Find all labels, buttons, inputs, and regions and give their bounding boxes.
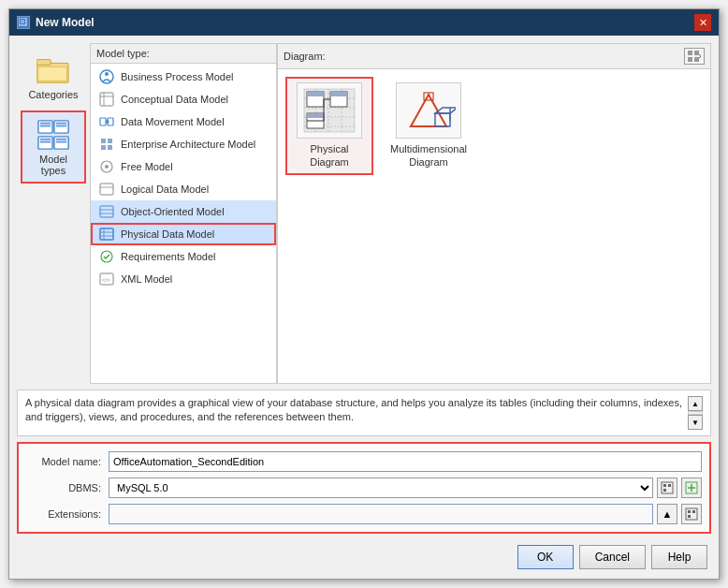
conceptual-data-icon (98, 91, 115, 108)
cancel-button[interactable]: Cancel (579, 545, 646, 569)
help-button[interactable]: Help (651, 545, 707, 569)
extensions-row: Extensions: ▲ (26, 504, 702, 524)
svg-rect-16 (56, 141, 66, 143)
model-type-label: Free Model (121, 161, 173, 172)
extensions-up-button[interactable]: ▲ (657, 504, 677, 524)
scroll-down-button[interactable]: ▼ (688, 415, 703, 430)
svg-rect-28 (108, 145, 112, 150)
svg-rect-33 (100, 206, 113, 217)
left-panel: Categories (17, 43, 90, 384)
model-type-label: Requirements Model (121, 251, 216, 262)
model-name-input[interactable] (109, 451, 702, 472)
dbms-browse-button[interactable] (657, 478, 677, 498)
bottom-buttons: OK Cancel Help (17, 539, 711, 571)
view-toggle-button[interactable] (684, 48, 705, 65)
svg-rect-7 (40, 125, 51, 127)
model-type-item-selected[interactable]: Physical Data Model (91, 223, 276, 245)
svg-rect-71 (668, 484, 671, 487)
category-item-model-types[interactable]: Model types (21, 110, 86, 184)
svg-rect-22 (100, 118, 106, 125)
physical-diagram-label: Physical Diagram (291, 142, 368, 169)
multidimensional-diagram-label: Multidimensional Diagram (390, 142, 467, 169)
model-type-item[interactable]: Object-Oriented Model (91, 200, 276, 223)
svg-rect-25 (101, 139, 106, 143)
svg-rect-31 (100, 184, 113, 195)
model-type-panel: Model type: Business Process Model Conce… (90, 43, 277, 384)
requirements-icon (98, 248, 115, 265)
diagram-header-label: Diagram: (284, 51, 326, 62)
svg-text:</>: </> (102, 277, 110, 283)
svg-rect-70 (663, 484, 666, 487)
dbms-label: DBMS: (26, 482, 101, 493)
diagram-item-physical[interactable]: Physical Diagram (287, 79, 371, 173)
categories-icon (36, 53, 70, 87)
dbms-configure-button[interactable] (681, 478, 702, 498)
object-oriented-icon (98, 203, 115, 220)
model-type-label: Enterprise Architecture Model (121, 139, 255, 150)
model-type-item[interactable]: Data Movement Model (91, 110, 276, 133)
model-type-list: Business Process Model Conceptual Data M… (91, 64, 276, 383)
model-type-item[interactable]: Enterprise Architecture Model (91, 133, 276, 155)
free-model-icon (98, 158, 115, 175)
svg-rect-9 (56, 123, 66, 125)
logical-data-icon (98, 181, 115, 198)
svg-rect-6 (40, 123, 51, 125)
model-type-item[interactable]: Free Model (91, 155, 276, 178)
extensions-browse-button[interactable] (681, 504, 702, 524)
model-type-label: XML Model (121, 273, 172, 285)
model-type-item[interactable]: Requirements Model (91, 245, 276, 268)
svg-rect-58 (330, 92, 347, 96)
description-scrollbar: ▲ ▼ (688, 396, 703, 430)
svg-rect-1 (21, 20, 24, 23)
model-type-item[interactable]: Conceptual Data Model (91, 88, 276, 110)
dialog-title: New Model (36, 16, 95, 29)
model-type-item[interactable]: </> XML Model (91, 268, 276, 290)
model-type-label: Conceptual Data Model (121, 94, 228, 105)
model-types-label: Model types (26, 154, 80, 176)
description-area: A physical data diagram provides a graph… (17, 390, 711, 436)
xml-model-icon: </> (98, 271, 115, 287)
svg-rect-3 (36, 60, 51, 66)
business-process-icon (98, 68, 115, 85)
category-item-categories[interactable]: Categories (21, 47, 86, 107)
svg-rect-13 (40, 141, 51, 143)
data-movement-icon (98, 113, 115, 130)
extensions-input[interactable] (109, 504, 653, 524)
new-model-dialog: New Model ✕ Categories (8, 8, 720, 580)
model-type-label: Data Movement Model (121, 116, 225, 127)
physical-data-icon (98, 226, 115, 243)
svg-rect-36 (100, 228, 113, 240)
title-bar-left: New Model (17, 16, 95, 29)
svg-rect-26 (108, 139, 112, 143)
svg-rect-44 (694, 51, 699, 55)
model-type-item[interactable]: Business Process Model (91, 66, 276, 88)
svg-rect-10 (56, 125, 66, 127)
svg-rect-12 (40, 139, 51, 140)
scroll-up-button[interactable]: ▲ (688, 396, 703, 411)
multidimensional-diagram-icon (396, 82, 461, 139)
top-section: Categories (17, 43, 711, 384)
svg-rect-4 (38, 66, 66, 81)
diagram-header: Diagram: (278, 44, 710, 69)
close-button[interactable]: ✕ (694, 14, 711, 31)
categories-label: Categories (28, 89, 78, 100)
svg-rect-79 (688, 515, 691, 518)
svg-rect-15 (56, 139, 66, 140)
ok-button[interactable]: OK (517, 545, 574, 569)
diagram-panel: Diagram: (277, 43, 711, 384)
svg-rect-27 (101, 145, 106, 150)
svg-rect-78 (692, 510, 695, 513)
dialog-content: Categories (9, 36, 719, 579)
dbms-select-row: MySQL 5.0 MySQL 8.0 Oracle 12c SQL Serve… (109, 478, 702, 498)
model-type-header: Model type: (91, 44, 276, 64)
dbms-select[interactable]: MySQL 5.0 MySQL 8.0 Oracle 12c SQL Serve… (109, 478, 653, 498)
svg-rect-46 (694, 57, 699, 62)
description-text: A physical data diagram provides a graph… (25, 396, 688, 430)
model-type-label: Physical Data Model (121, 228, 214, 240)
svg-marker-64 (411, 95, 446, 126)
model-type-item[interactable]: Logical Data Model (91, 178, 276, 200)
diagram-item-multidimensional[interactable]: Multidimensional Diagram (386, 79, 471, 173)
svg-point-18 (105, 72, 109, 76)
svg-rect-45 (688, 57, 692, 62)
extensions-label: Extensions: (26, 508, 101, 520)
